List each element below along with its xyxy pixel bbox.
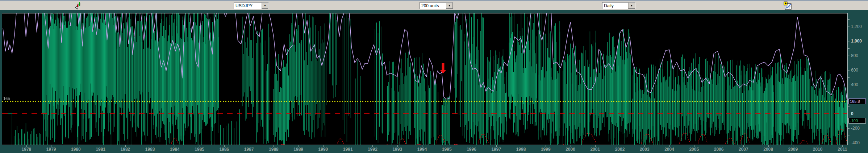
x-axis-year-label: 1988 xyxy=(269,147,279,152)
y-axis-label: 0 xyxy=(851,111,854,116)
x-axis-year-label: 2002 xyxy=(615,147,625,152)
toolbar: USDJPY ▼ 200 units ▼ Daily ▼ xyxy=(0,0,868,10)
chart-canvas[interactable] xyxy=(2,13,847,145)
add-chart-plus-icon[interactable] xyxy=(783,1,791,9)
x-axis-year-label: 1987 xyxy=(244,147,254,152)
x-axis-year-label: 1994 xyxy=(417,147,427,152)
x-axis-year-label: 2004 xyxy=(664,147,674,152)
y-axis-label: 800 xyxy=(851,53,858,58)
x-axis-year-label: 1992 xyxy=(368,147,377,152)
y-axis-tick xyxy=(848,77,850,78)
y-axis-tick xyxy=(848,85,850,85)
price-tag-165.8: 165.8 xyxy=(848,98,866,104)
x-axis-year-label: 1998 xyxy=(516,147,526,152)
x-axis-year-label: 2007 xyxy=(739,147,748,152)
left-level-label: 165 xyxy=(3,96,10,101)
y-axis-tick xyxy=(848,114,850,114)
y-axis-tick xyxy=(848,70,850,71)
instrument-value: USDJPY xyxy=(234,3,262,9)
x-axis-year-label: 2003 xyxy=(640,147,650,152)
units-select[interactable]: 200 units ▼ xyxy=(420,2,453,9)
y-axis-label: 400 xyxy=(851,82,858,87)
y-axis-tick xyxy=(848,106,850,107)
x-axis-year-label: 1995 xyxy=(442,147,452,152)
y-axis-label: 1,200 xyxy=(851,24,862,29)
x-axis-year-label: 1978 xyxy=(22,147,32,152)
timeframe-value: Daily xyxy=(602,3,628,9)
x-axis-year-label: 2006 xyxy=(714,147,724,152)
y-axis-tick xyxy=(848,48,850,49)
x-axis-year-label: 2001 xyxy=(590,147,600,152)
x-axis-year-label: 1985 xyxy=(195,147,204,152)
y-axis-tick xyxy=(848,34,850,34)
y-axis-tick xyxy=(848,128,850,129)
x-axis-year-label: 1996 xyxy=(467,147,476,152)
x-axis-year-label: 2005 xyxy=(689,147,699,152)
y-axis-tick xyxy=(848,41,850,41)
y-axis-label: 1,000 xyxy=(851,39,862,44)
units-value: 200 units xyxy=(420,3,446,9)
x-axis-year-label: 1991 xyxy=(343,147,353,152)
x-axis-year-label: 2010 xyxy=(813,147,823,152)
candlestick-cursor-icon[interactable] xyxy=(74,2,82,10)
timeframe-select[interactable]: Daily ▼ xyxy=(602,2,635,9)
x-axis-year-label: 1982 xyxy=(121,147,130,152)
y-axis-label: -200 xyxy=(851,126,860,131)
x-axis-year-label: 1983 xyxy=(145,147,155,152)
y-axis-tick xyxy=(848,63,850,63)
instrument-dropdown-arrow[interactable]: ▼ xyxy=(262,3,268,9)
y-axis-label: 600 xyxy=(851,68,858,73)
x-axis-year-label: 1979 xyxy=(46,147,56,152)
x-axis-year-label: 1989 xyxy=(293,147,303,152)
y-axis-tick xyxy=(848,19,850,20)
x-axis-year-label: 2009 xyxy=(788,147,798,152)
instrument-select[interactable]: USDJPY ▼ xyxy=(234,2,269,9)
x-axis-year-label: 1984 xyxy=(170,147,180,152)
price-tag--100: -100 xyxy=(848,118,866,124)
x-axis-year-label: 2011 xyxy=(838,147,847,152)
x-axis-year-label: 1980 xyxy=(71,147,81,152)
y-axis-tick xyxy=(848,136,850,136)
x-axis-year-label: 1981 xyxy=(96,147,105,152)
x-axis-year-label: 1986 xyxy=(220,147,229,152)
x-axis: 1978197919801981198219831984198519861987… xyxy=(0,145,868,153)
x-axis-year-label: 2000 xyxy=(566,147,575,152)
y-axis-tick xyxy=(848,143,850,143)
x-axis-year-label: 1997 xyxy=(491,147,501,152)
y-axis-tick xyxy=(848,27,850,27)
y-axis-tick xyxy=(848,92,850,92)
timeframe-dropdown-arrow[interactable]: ▼ xyxy=(628,3,635,9)
plot-area: 165 xyxy=(2,13,848,145)
y-axis-label: -400 xyxy=(851,140,860,145)
x-axis-year-label: 1990 xyxy=(318,147,328,152)
x-axis-year-label: 2008 xyxy=(763,147,773,152)
units-dropdown-arrow[interactable]: ▼ xyxy=(446,3,453,9)
x-axis-year-label: 1999 xyxy=(541,147,551,152)
trading-app-window: USDJPY ▼ 200 units ▼ Daily ▼ xyxy=(0,0,868,153)
chart-panel: 165 197819791980198119821983198419851986… xyxy=(0,10,868,153)
x-axis-year-label: 1993 xyxy=(392,147,402,152)
y-axis-tick xyxy=(848,56,850,56)
